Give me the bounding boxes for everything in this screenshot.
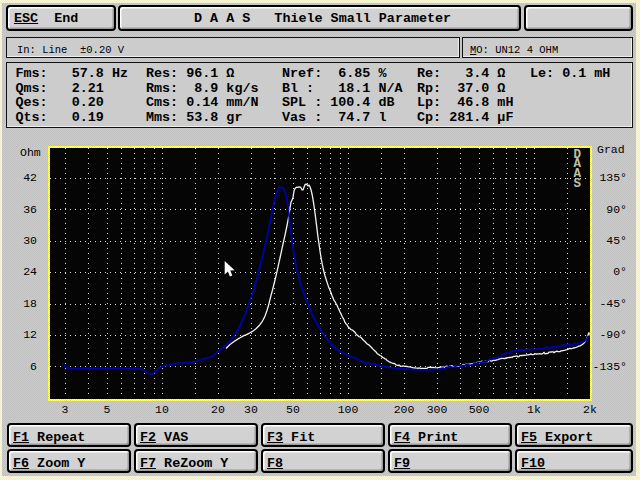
svg-text:300: 300 [427,403,448,416]
svg-text:-90°: -90° [599,328,627,341]
svg-text:50: 50 [286,403,300,416]
svg-text:6: 6 [30,360,37,373]
svg-text:10: 10 [155,403,169,416]
svg-text:1k: 1k [527,403,541,416]
svg-text:Grad: Grad [597,143,625,156]
svg-text:12: 12 [23,328,37,341]
svg-text:0°: 0° [613,265,627,278]
svg-text:90°: 90° [606,203,627,216]
svg-text:24: 24 [23,265,37,278]
svg-text:20: 20 [211,403,225,416]
svg-text:5: 5 [104,403,111,416]
svg-text:45°: 45° [606,234,627,247]
svg-text:3: 3 [62,403,69,416]
svg-text:S: S [574,177,582,191]
svg-text:30: 30 [23,234,37,247]
svg-text:-135°: -135° [592,360,627,373]
svg-text:36: 36 [23,203,37,216]
svg-text:135°: 135° [599,171,627,184]
svg-text:-45°: -45° [599,297,627,310]
svg-text:18: 18 [23,297,37,310]
svg-text:2k: 2k [583,403,597,416]
svg-text:100: 100 [338,403,359,416]
svg-text:42: 42 [23,171,37,184]
svg-text:30: 30 [244,403,258,416]
svg-text:200: 200 [394,403,415,416]
svg-text:Ohm: Ohm [20,146,41,159]
svg-text:500: 500 [469,403,490,416]
